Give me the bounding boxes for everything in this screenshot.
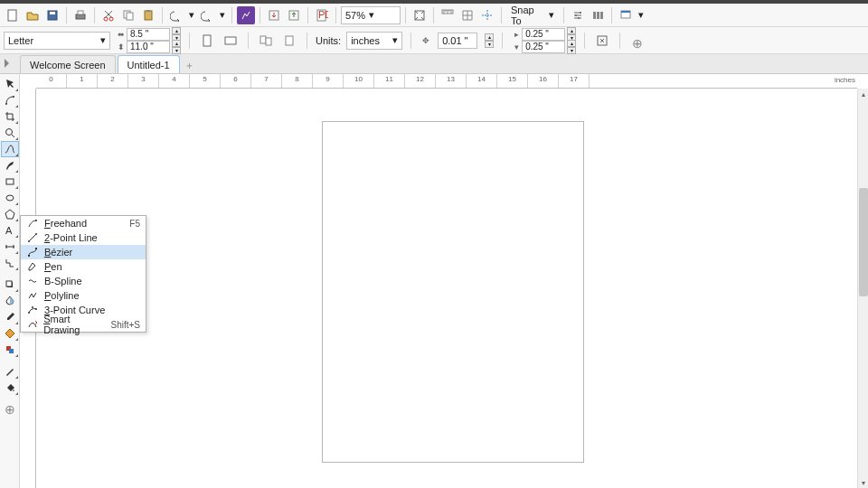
show-guidelines-button[interactable] — [478, 6, 496, 24]
svg-rect-28 — [260, 36, 266, 43]
connector-tool[interactable] — [1, 255, 19, 271]
height-spinner[interactable]: ▴▾ — [172, 40, 181, 54]
dupx-field[interactable]: 0.25 " — [522, 28, 565, 41]
scroll-down-icon[interactable]: ▾ — [858, 477, 868, 488]
bspline-icon — [26, 277, 39, 286]
snap-to-combo[interactable]: Snap To▾ — [506, 6, 559, 24]
polyline-icon — [26, 291, 39, 300]
nudge-spinner[interactable]: ▴▾ — [485, 33, 494, 48]
new-button[interactable] — [4, 6, 22, 24]
search-content-button[interactable] — [237, 6, 255, 24]
copy-button[interactable] — [119, 6, 137, 24]
svg-rect-46 — [35, 248, 37, 249]
svg-rect-27 — [225, 37, 236, 44]
text-tool[interactable]: A — [1, 222, 19, 239]
paste-button[interactable] — [139, 6, 157, 24]
outline-pen[interactable] — [1, 363, 19, 380]
tab-document[interactable]: Untitled-1 — [118, 55, 180, 73]
crop-tool[interactable] — [1, 108, 19, 125]
zoom-tool[interactable] — [1, 125, 19, 141]
show-rulers-button[interactable] — [439, 6, 457, 24]
landscape-button[interactable] — [222, 32, 240, 50]
ruler-tick: 16 — [528, 74, 559, 88]
duplicate-distance: ▸0.25 "▴▾ ▾0.25 "▴▾ — [511, 28, 576, 53]
zoom-combo[interactable]: 57%▾ — [341, 6, 401, 24]
svg-rect-21 — [593, 12, 596, 19]
curve-tool[interactable] — [1, 141, 19, 157]
shape-tool[interactable] — [1, 92, 19, 108]
portrait-button[interactable] — [198, 32, 216, 50]
ruler-tick: 15 — [497, 74, 528, 88]
interactive-fill-tool[interactable] — [1, 325, 19, 342]
redo-button[interactable] — [198, 6, 216, 24]
fullscreen-button[interactable] — [410, 6, 429, 24]
flyout-item-bezier[interactable]: Bézier — [21, 245, 146, 259]
transparency-tool[interactable] — [1, 293, 19, 309]
launch-button[interactable] — [617, 6, 635, 24]
artistic-media-tool[interactable] — [1, 157, 19, 174]
svg-rect-30 — [286, 36, 293, 45]
options-button[interactable] — [569, 6, 587, 24]
page — [322, 121, 584, 463]
ruler-tick: 8 — [282, 74, 313, 88]
quick-customize-button[interactable]: ⊕ — [628, 34, 646, 52]
export-button[interactable] — [285, 6, 303, 24]
svg-text:PDF: PDF — [318, 9, 328, 20]
undo-drop[interactable]: ▾ — [187, 6, 196, 24]
flyout-item-smart[interactable]: Smart DrawingShift+S — [21, 317, 146, 332]
parallel-dim-tool[interactable] — [1, 239, 19, 255]
svg-rect-10 — [146, 10, 150, 12]
redo-drop[interactable]: ▾ — [218, 6, 227, 24]
treat-as-filled-button[interactable] — [593, 32, 611, 50]
print-button[interactable] — [71, 6, 90, 24]
svg-rect-3 — [76, 14, 85, 19]
import-button[interactable] — [265, 6, 283, 24]
drop-shadow-tool[interactable] — [1, 277, 19, 293]
drawing-canvas[interactable] — [36, 89, 857, 488]
line2pt-icon — [26, 233, 39, 242]
dupy-spinner[interactable]: ▴▾ — [567, 40, 576, 54]
dupy-field[interactable]: 0.25 " — [522, 41, 565, 53]
svg-point-43 — [28, 240, 30, 242]
page-height-field[interactable]: 11.0 " — [127, 41, 170, 53]
tab-corner-icon[interactable] — [2, 56, 16, 70]
save-button[interactable] — [43, 6, 61, 24]
document-tabs: Welcome Screen Untitled-1 ＋ — [0, 54, 868, 74]
all-pages-button[interactable] — [257, 32, 275, 50]
undo-button[interactable] — [167, 6, 185, 24]
tab-welcome[interactable]: Welcome Screen — [20, 55, 116, 73]
flyout-label: Pen — [44, 261, 62, 272]
nudge-icon: ✥ — [420, 36, 432, 45]
page-width-field[interactable]: 8.5 " — [127, 28, 170, 41]
svg-point-47 — [28, 312, 30, 314]
flyout-item-polyline[interactable]: Polyline — [21, 288, 146, 303]
quick-customize-tools[interactable]: ⊕ — [1, 401, 19, 418]
polygon-tool[interactable] — [1, 206, 19, 222]
scroll-thumb[interactable] — [859, 188, 868, 296]
page-preset-combo[interactable]: Letter▾ — [4, 32, 110, 50]
publish-pdf-button[interactable]: PDF — [313, 6, 331, 24]
flyout-item-freehand[interactable]: FreehandF5 — [21, 216, 146, 230]
units-combo[interactable]: inches▾ — [346, 32, 402, 50]
scroll-up-icon[interactable]: ▴ — [858, 89, 868, 99]
flyout-label: Freehand — [44, 218, 87, 229]
flyout-item-bspline[interactable]: B-Spline — [21, 274, 146, 288]
show-grid-button[interactable] — [458, 6, 476, 24]
current-page-button[interactable] — [280, 32, 298, 50]
rectangle-tool[interactable] — [1, 174, 19, 190]
nudge-field[interactable]: 0.01 " — [438, 33, 477, 49]
flyout-item-line2pt[interactable]: 2-Point Line — [21, 230, 146, 245]
horizontal-ruler[interactable]: 01234567891011121314151617 — [36, 74, 857, 89]
pick-tool[interactable] — [1, 76, 19, 92]
options-button-2[interactable] — [589, 6, 607, 24]
open-button[interactable] — [24, 6, 42, 24]
fill-tool[interactable] — [1, 380, 19, 396]
smart-fill-tool[interactable] — [1, 342, 19, 358]
cut-button[interactable] — [99, 6, 118, 24]
vertical-scrollbar[interactable]: ▴ ▾ — [857, 89, 868, 488]
flyout-item-pen[interactable]: Pen — [21, 259, 146, 274]
launch-drop[interactable]: ▾ — [637, 6, 646, 24]
ellipse-tool[interactable] — [1, 190, 19, 206]
new-tab-button[interactable]: ＋ — [182, 57, 198, 73]
eyedropper-tool[interactable] — [1, 309, 19, 325]
